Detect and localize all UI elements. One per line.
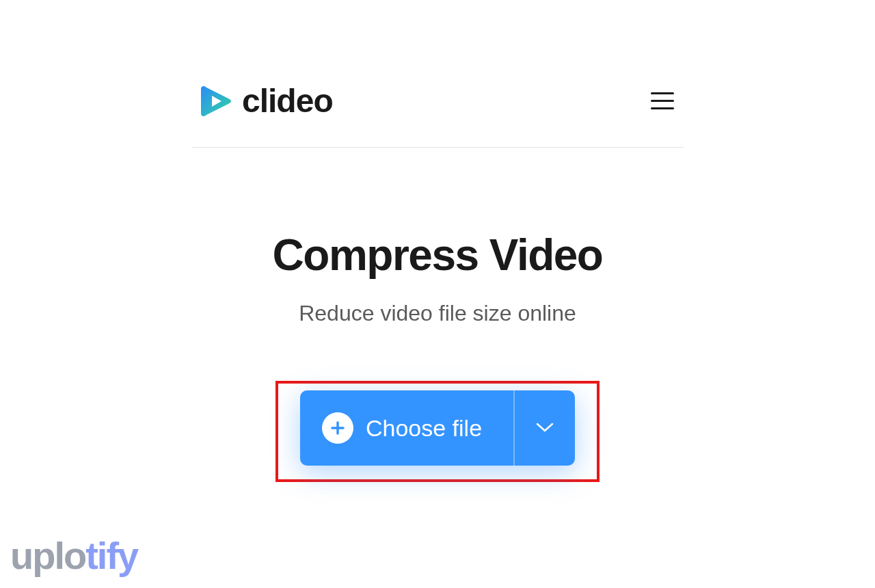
choose-file-button[interactable]: Choose file bbox=[300, 390, 513, 466]
brand-logo[interactable]: clideo bbox=[198, 82, 333, 120]
app-header: clideo bbox=[191, 82, 684, 148]
main-content: Compress Video Reduce video file size on… bbox=[191, 148, 684, 482]
choose-file-label: Choose file bbox=[366, 415, 482, 442]
watermark-part2: tify bbox=[85, 534, 137, 577]
page-subtitle: Reduce video file size online bbox=[191, 301, 684, 326]
highlighted-area: Choose file bbox=[275, 381, 600, 482]
hamburger-icon bbox=[651, 92, 674, 94]
dropdown-button[interactable] bbox=[513, 390, 575, 466]
brand-name: clideo bbox=[242, 82, 333, 120]
menu-button[interactable] bbox=[648, 90, 677, 112]
plus-icon bbox=[322, 412, 353, 444]
chevron-down-icon bbox=[535, 422, 554, 435]
page-title: Compress Video bbox=[191, 230, 684, 280]
choose-file-button-group: Choose file bbox=[300, 390, 575, 466]
watermark-part1: uplo bbox=[10, 534, 85, 577]
watermark: uplotify bbox=[10, 533, 137, 578]
play-icon bbox=[198, 83, 234, 119]
